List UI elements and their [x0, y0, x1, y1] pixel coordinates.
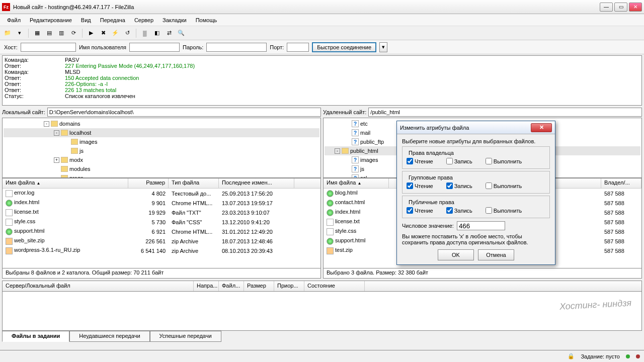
tree-item[interactable]: images: [4, 137, 319, 146]
site-manager-button[interactable]: 📁: [2, 28, 13, 39]
window-title: Новый сайт - hostingn@46.249.47.177 - Fi…: [13, 4, 600, 10]
read-checkbox[interactable]: Чтение: [407, 207, 433, 214]
maximize-button[interactable]: ▭: [614, 3, 627, 12]
search-button[interactable]: 🔍: [176, 28, 187, 39]
queue-body[interactable]: Хостинг- ниндзя: [2, 292, 642, 331]
file-row[interactable]: wordpress-3.6.1-ru_RU.zip6 541 140zip Ar…: [3, 246, 320, 255]
queue-status: Задание: пусто: [581, 353, 620, 359]
dialog-title: Изменить атрибуты файла: [400, 125, 531, 131]
local-panel: Локальный сайт: -domains-localhostimages…: [2, 107, 321, 279]
file-row[interactable]: support.html6 921Chrome HTML...31.01.201…: [3, 227, 320, 236]
refresh-button[interactable]: ⟳: [68, 28, 79, 39]
tree-item[interactable]: modules: [4, 164, 319, 173]
pass-input[interactable]: [206, 43, 267, 52]
file-attributes-dialog: Изменить атрибуты файла ✕ Выберите новые…: [396, 121, 555, 265]
toggle-log-button[interactable]: ▦: [32, 28, 43, 39]
toolbar: 📁 ▾ ▦ ▤ ▥ ⟳ ▶ ✖ ⚡ ↺ ▒ ◧ ⇄ 🔍: [0, 26, 644, 40]
queue-tab[interactable]: Успешные передачи: [150, 331, 221, 342]
app-icon: Fz: [2, 3, 10, 11]
menu-Сервер[interactable]: Сервер: [130, 16, 157, 25]
host-input[interactable]: [21, 43, 76, 52]
quickconnect-dropdown[interactable]: ▾: [379, 42, 387, 52]
titlebar: Fz Новый сайт - hostingn@46.249.47.177 -…: [0, 0, 644, 14]
numeric-input[interactable]: [457, 221, 505, 230]
file-row[interactable]: license.txt19 929Файл "TXT"23.03.2013 9:…: [3, 208, 320, 217]
process-queue-button[interactable]: ▶: [86, 28, 97, 39]
host-label: Хост:: [4, 44, 18, 50]
tree-item[interactable]: progs: [4, 173, 319, 178]
reconnect-button[interactable]: ↺: [122, 28, 133, 39]
dialog-hint: Вы можете поставить 'x' в любое место, ч…: [402, 233, 550, 245]
sync-button[interactable]: ⇄: [164, 28, 175, 39]
dropdown-icon[interactable]: ▾: [14, 28, 25, 39]
menu-Редактирование[interactable]: Редактирование: [26, 16, 76, 25]
local-path-label: Локальный сайт:: [2, 109, 45, 115]
menubar: ФайлРедактированиеВидПередачаСерверЗакла…: [0, 14, 644, 26]
menu-Помощь[interactable]: Помощь: [192, 16, 221, 25]
exec-checkbox[interactable]: Выполнить: [486, 207, 522, 214]
quickconnect-bar: Хост: Имя пользователя Пароль: Порт: Быс…: [0, 40, 644, 54]
queue-header: Сервер/Локальный файлНапра...Файл...Разм…: [2, 281, 642, 292]
close-button[interactable]: ✕: [629, 3, 642, 12]
port-label: Порт:: [270, 44, 284, 50]
watermark: Хостинг- ниндзя: [559, 298, 631, 312]
queue-tabs: Файлы в заданииНеудавшиеся передачиУспеш…: [2, 331, 642, 342]
pass-label: Пароль:: [183, 44, 203, 50]
remote-path-input[interactable]: [368, 108, 642, 117]
menu-Файл[interactable]: Файл: [3, 16, 25, 25]
menu-Вид[interactable]: Вид: [77, 16, 95, 25]
toggle-queue-button[interactable]: ▥: [56, 28, 67, 39]
local-tree[interactable]: -domains-localhostimagesjs+modxmodulespr…: [2, 118, 321, 178]
file-row[interactable]: web_site.zip226 561zip Archive18.07.2013…: [3, 236, 320, 246]
queue-tab[interactable]: Файлы в задании: [2, 331, 69, 342]
remote-status: Выбрано 3 файла. Размер: 32 380 байт: [323, 268, 642, 279]
tree-item[interactable]: +modx: [4, 155, 319, 164]
remote-path-label: Удаленный сайт:: [323, 109, 366, 115]
write-checkbox[interactable]: Запись: [446, 183, 472, 189]
write-checkbox[interactable]: Запись: [446, 158, 472, 164]
dialog-instruction: Выберите новые атрибуты для выбранных фа…: [402, 138, 550, 144]
numeric-label: Числовое значение:: [402, 223, 454, 229]
cancel-button[interactable]: ✖: [98, 28, 109, 39]
user-label: Имя пользователя: [79, 44, 126, 50]
file-row[interactable]: error.log4 802Текстовый до...25.09.2013 …: [3, 189, 320, 198]
write-checkbox[interactable]: Запись: [446, 207, 472, 214]
tree-item[interactable]: -localhost: [4, 128, 319, 137]
exec-checkbox[interactable]: Выполнить: [486, 158, 522, 164]
statusbar: 🔒 Задание: пусто: [0, 350, 644, 362]
queue-tab[interactable]: Неудавшиеся передачи: [69, 331, 149, 342]
user-input[interactable]: [129, 43, 180, 52]
tree-item[interactable]: -domains: [4, 119, 319, 128]
file-row[interactable]: index.html9 901Chrome HTML...13.07.2013 …: [3, 198, 320, 208]
local-status: Выбраны 8 файлов и 2 каталога. Общий раз…: [2, 268, 321, 279]
menu-Передача[interactable]: Передача: [96, 16, 129, 25]
compare-button[interactable]: ◧: [151, 28, 163, 39]
disconnect-button[interactable]: ⚡: [110, 28, 121, 39]
local-filelist[interactable]: Имя файла ▲РазмерТип файлаПоследнее изме…: [2, 178, 321, 268]
read-checkbox[interactable]: Чтение: [407, 183, 433, 189]
port-input[interactable]: [287, 43, 309, 52]
ok-button[interactable]: OK: [438, 249, 474, 260]
exec-checkbox[interactable]: Выполнить: [486, 183, 522, 189]
file-row[interactable]: style.css5 730Файл "CSS"13.12.2010 9:41:…: [3, 217, 320, 227]
menu-Закладки[interactable]: Закладки: [158, 16, 191, 25]
dialog-close-button[interactable]: ✕: [531, 123, 552, 132]
message-log[interactable]: Команда:PASVОтвет:227 Entering Passive M…: [2, 55, 642, 106]
toggle-tree-button[interactable]: ▤: [44, 28, 55, 39]
filter-button[interactable]: ▒: [139, 28, 150, 39]
read-checkbox[interactable]: Чтение: [407, 158, 433, 164]
minimize-button[interactable]: —: [600, 3, 613, 12]
cancel-dialog-button[interactable]: Отмена: [478, 249, 514, 260]
local-path-input[interactable]: [47, 108, 321, 117]
quickconnect-button[interactable]: Быстрое соединение: [312, 42, 376, 52]
tree-item[interactable]: js: [4, 146, 319, 155]
